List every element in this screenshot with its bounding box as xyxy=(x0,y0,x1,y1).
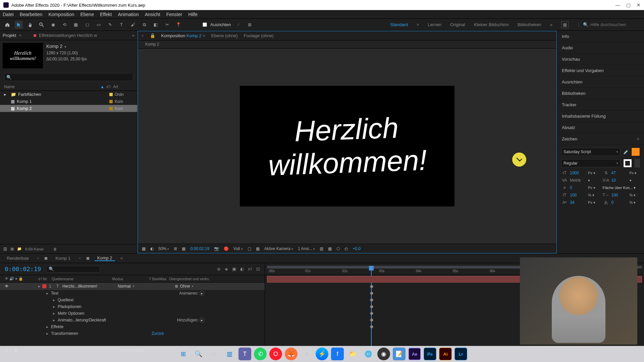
keyframe[interactable] xyxy=(370,285,373,288)
new-comp-icon[interactable]: ▦ xyxy=(10,247,14,251)
tsume-value[interactable]: 0 xyxy=(611,200,628,205)
tl-icon-3[interactable]: ▣ xyxy=(232,266,236,272)
zoom-tool[interactable] xyxy=(38,21,46,29)
tl-tab-komp2[interactable]: Komp 2 xyxy=(95,255,115,261)
workspace-standard[interactable]: Standard xyxy=(390,22,408,27)
panel-audio[interactable]: Audio xyxy=(557,42,644,54)
lock-icon[interactable]: 🔒 xyxy=(150,33,155,38)
roi-icon[interactable]: ▢ xyxy=(248,246,251,251)
property-row[interactable]: ▸Pfadoptionen xyxy=(0,303,265,310)
vf-icon3[interactable]: ⬡ xyxy=(336,246,340,251)
workspace-grid-icon[interactable]: ▦ xyxy=(561,21,569,28)
current-time[interactable]: 0:00:02:19 xyxy=(190,246,209,251)
asset-row[interactable]: ▦Komp 2Kom xyxy=(0,105,137,112)
layer-row[interactable]: 👁 ▸ 1 T Herzlic...illkommen! Normal▾ ⊚ O… xyxy=(0,283,265,290)
viewer-footage-tab[interactable]: Footage (ohne) xyxy=(244,33,274,38)
roto-tool[interactable]: ✂ xyxy=(163,21,171,29)
menu-ebene[interactable]: Ebene xyxy=(80,12,94,17)
tb-firefox[interactable]: 🦊 xyxy=(285,348,298,360)
menu-effekt[interactable]: Effekt xyxy=(100,12,112,17)
blend-mode-dropdown[interactable]: Normal▾ xyxy=(118,284,155,289)
stroke-color-swatch[interactable] xyxy=(623,159,632,168)
playhead[interactable] xyxy=(369,266,374,270)
tb-whatsapp[interactable]: ✆ xyxy=(254,348,267,360)
views-dropdown[interactable]: 1 Ansi... ▾ xyxy=(298,246,315,251)
menu-komposition[interactable]: Komposition xyxy=(48,12,74,17)
shape-tool[interactable]: ▭ xyxy=(95,21,103,29)
stroke-width-value[interactable]: 0 xyxy=(570,185,586,190)
panel-bibliotheken[interactable]: Bibliotheken xyxy=(557,88,644,99)
exposure[interactable]: +0,0 xyxy=(353,246,361,251)
snap-opts-icon[interactable]: ⟋ xyxy=(234,21,242,29)
snapshot-icon[interactable]: 📷 xyxy=(214,246,219,251)
tl-icon-6[interactable]: ⊡ xyxy=(256,266,260,272)
brush-tool[interactable]: 🖌 xyxy=(129,21,137,29)
effects-settings-tab[interactable]: Effekteinstellungen Herzlich w xyxy=(39,33,97,38)
transparency-icon[interactable]: ▦ xyxy=(256,246,260,251)
font-family-dropdown[interactable]: Saturday Script▾ xyxy=(561,148,621,156)
col-type[interactable]: Art xyxy=(113,84,133,89)
tb-obs[interactable]: ◉ xyxy=(377,348,390,360)
tl-icon-4[interactable]: ◐ xyxy=(240,266,244,272)
property-row[interactable]: ▸TransformierenZurück xyxy=(0,330,265,337)
panel-absatz[interactable]: Absatz xyxy=(557,122,644,133)
vscale-value[interactable]: 100 xyxy=(570,193,586,197)
camera-tool[interactable]: ▦ xyxy=(72,21,80,29)
col-name[interactable]: Name xyxy=(4,84,100,89)
workspace-overflow-icon[interactable]: » xyxy=(550,22,552,27)
font-size-value[interactable]: 1000 xyxy=(570,171,586,175)
property-row[interactable]: ▸Quelltext xyxy=(0,297,265,303)
tl-tab-render[interactable]: Renderliste xyxy=(4,256,32,261)
minimize-button[interactable]: — xyxy=(615,2,620,8)
mask-icon[interactable]: ◐ xyxy=(150,246,154,251)
tb-notes[interactable]: 📝 xyxy=(393,348,406,360)
tb-folder[interactable]: 📁 xyxy=(346,348,359,360)
panel-inhaltsbasierte-füllung[interactable]: Inhaltsbasierte Füllung xyxy=(557,111,644,122)
workspace-lernen[interactable]: Lernen xyxy=(428,22,441,27)
guides-icon[interactable]: ▦ xyxy=(182,246,185,251)
vf-icon1[interactable]: ▥ xyxy=(320,246,323,251)
hscale-value[interactable]: 100 xyxy=(611,193,628,197)
asset-row[interactable]: ▸📁FarbflächenOrdn xyxy=(0,91,137,98)
orbit-tool[interactable]: ◉ xyxy=(49,21,57,29)
panel-zeichen[interactable]: Zeichen≡ xyxy=(557,133,644,145)
rotate-tool[interactable]: ⟲ xyxy=(60,21,68,29)
tb-app1[interactable]: ✳ xyxy=(300,348,313,360)
keyframe[interactable] xyxy=(370,325,373,328)
panel-effekte-und-vorgaben[interactable]: Effekte und Vorgaben xyxy=(557,65,644,76)
project-search-input[interactable]: 🔍 xyxy=(4,73,133,81)
workspace-original[interactable]: Original xyxy=(450,22,465,27)
fill-color-swatch[interactable] xyxy=(631,147,640,156)
visibility-icon[interactable]: 👁 xyxy=(5,284,11,289)
leading-value[interactable]: 47 xyxy=(611,171,628,175)
panel-ausrichten[interactable]: Ausrichten xyxy=(557,76,644,88)
font-style-dropdown[interactable]: Regular▾ xyxy=(561,159,621,167)
vf-icon2[interactable]: ▦ xyxy=(328,246,332,251)
tb-chrome[interactable]: 🌐 xyxy=(362,348,375,360)
bit-depth[interactable]: 8-Bit-Kanal xyxy=(25,247,43,251)
tb-facebook[interactable]: f xyxy=(331,348,344,360)
pen-tool[interactable]: ✎ xyxy=(106,21,114,29)
close-tab-icon[interactable]: × xyxy=(141,33,144,38)
baseline-value[interactable]: 34 xyxy=(570,200,586,205)
menu-ansicht[interactable]: Ansicht xyxy=(145,12,160,17)
alpha-icon[interactable]: ▩ xyxy=(142,246,146,251)
tb-opera[interactable]: O xyxy=(269,348,282,360)
menu-datei[interactable]: Datei xyxy=(3,12,14,17)
workspace-bibliotheken[interactable]: Bibliotheken xyxy=(518,22,541,27)
keyframe[interactable] xyxy=(370,311,373,315)
project-tab[interactable]: Projekt xyxy=(3,33,16,38)
text-tool[interactable]: T xyxy=(117,21,125,29)
clone-tool[interactable]: ⧉ xyxy=(140,21,148,29)
snap-grid-icon[interactable]: ⊞ xyxy=(246,21,254,29)
keyframe[interactable] xyxy=(370,291,373,295)
swap-colors-icon[interactable] xyxy=(635,159,640,168)
stroke-mode-dropdown[interactable]: Fläche über Kon... ▾ xyxy=(603,186,636,190)
panel-overflow-icon[interactable]: » xyxy=(132,33,135,38)
viewer-breadcrumb[interactable]: Komp 2 xyxy=(138,41,556,49)
panel-info[interactable]: Info xyxy=(557,31,644,42)
menu-animation[interactable]: Animation xyxy=(118,12,139,17)
viewer-comp-tab[interactable]: Komposition Komp 2 ≡ xyxy=(161,33,205,38)
keyframe[interactable] xyxy=(370,305,373,308)
tb-search[interactable]: 🔍 xyxy=(192,348,205,360)
